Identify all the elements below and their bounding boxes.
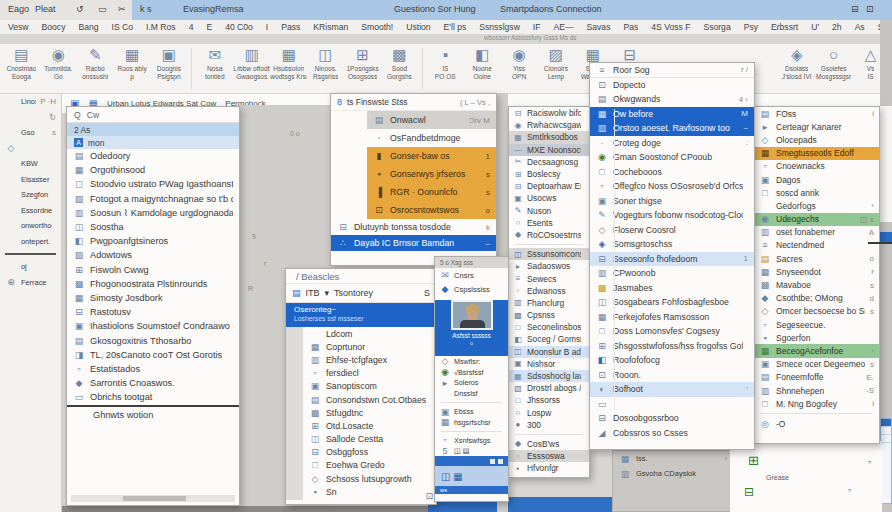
panel-f-item[interactable]: □ Eoehwa Gredo <box>303 459 436 472</box>
panel-f-item[interactable]: ◇ Schsoss lutsupgrowth <box>303 472 436 485</box>
ribbon-button[interactable]: ◧ Noone Ooine <box>465 46 500 81</box>
ribbon-tab[interactable]: Ssorga <box>703 22 730 32</box>
sidebar-item[interactable]: oj <box>0 259 61 275</box>
menu-item[interactable]: ◫ Sssunsomconsorge <box>509 248 589 260</box>
horizontal-scrollbar[interactable] <box>71 495 235 502</box>
ribbon-tab[interactable]: 40 C0o <box>225 22 253 32</box>
menu-item[interactable]: ▤ Sacres o <box>754 252 879 265</box>
folder-item[interactable]: ◨ TL, 20sCanoto cooT Ost Gorotis <box>67 348 239 362</box>
contact-card-row[interactable]: ◉ √Bsrsfssf <box>435 367 508 378</box>
panel-f-item[interactable]: ⊞ Otd.Losacte <box>303 419 436 432</box>
folder-item[interactable]: ◆ Sarrontis Cnoaswos. <box>67 376 239 390</box>
menu-item[interactable]: ▪ Sgoerfon <box>754 331 879 344</box>
menu-item[interactable]: ▸ Sadaoswos <box>509 260 589 272</box>
ribbon-button[interactable]: ▣ Doognis Psigspn <box>152 46 187 81</box>
menu-item[interactable]: ▫ Cnoewnacks <box>754 160 879 173</box>
spreadsheet-icon-2[interactable]: ⊟ <box>744 485 754 499</box>
folder-item[interactable]: ◻ Stoodvio ustrato PWag Igasthoanstota <box>67 177 239 191</box>
contact-card-row[interactable]: Dnsslsf <box>435 388 508 399</box>
menu-item[interactable]: ✎ Nuson <box>509 205 589 217</box>
contact-card-row[interactable]: ◇ Mswflsr: <box>435 356 508 367</box>
menu-item[interactable]: □ soscd anrik <box>754 186 879 199</box>
ribbon-button[interactable]: ⊞ 1Posngsks Osogsoss <box>345 46 380 81</box>
ribbon-tab[interactable]: I.M Ros <box>146 22 176 32</box>
ribbon-button[interactable]: ◉ Yiss OPN <box>502 46 537 81</box>
panel-f-item[interactable]: ◫ Sallode Cestta <box>303 433 436 446</box>
folder-item[interactable]: ▦ Simosty Josdbork <box>67 291 239 305</box>
menu-item[interactable]: □ Seconelinsbos <box>509 321 589 333</box>
menu-item[interactable]: ▪ Hfvonfgr <box>509 462 589 474</box>
ribbon-button[interactable]: ▪ IS PO OS <box>428 46 463 81</box>
folder-item[interactable]: ▩ Fhogonoostrata Plstinrounds <box>67 277 239 291</box>
menu-item[interactable]: ▥ oset fonabemer A <box>754 226 879 239</box>
ribbon-button[interactable]: ▦ Hsubsolon wodtsgs Krsogss <box>271 46 306 81</box>
menu-item[interactable]: ○ Esents <box>509 217 589 229</box>
menu-item[interactable]: ◉ Rwhacwcsgawon <box>509 119 589 131</box>
minimize-icon[interactable]: ⊟ <box>851 4 859 14</box>
ribbon-button[interactable]: ▤ Cnostmao Eooga <box>4 46 39 81</box>
ribbon-tab[interactable]: E <box>206 22 212 32</box>
panel-f-item[interactable]: ▦ Coprtunor <box>303 340 436 353</box>
ribbon-tab[interactable]: 2h <box>832 22 842 32</box>
sidebar-item[interactable]: Elsasser <box>0 172 61 188</box>
sidebar-item[interactable]: ⊕ Ferrace <box>0 275 61 291</box>
panel-f-item[interactable]: ▣ Sanoptiscom <box>303 380 436 393</box>
menu-item[interactable]: ▧ Drostrl abogs / Nazhib <box>509 382 589 394</box>
menu-item[interactable]: ◆ CosB'ws <box>509 438 589 450</box>
sidebar-item[interactable]: KBW <box>0 156 61 172</box>
spreadsheet-icon[interactable]: ⊞ <box>748 453 759 468</box>
menu-item[interactable]: ▤ FOss i <box>754 107 879 120</box>
convert-menu-item[interactable]: ◦ OsFandbetdmoge <box>367 129 496 147</box>
menu-item[interactable]: □ Jhssorss <box>509 394 589 406</box>
contact-card-light-band[interactable]: ◫ ▦ <box>435 466 508 486</box>
ribbon-tab[interactable]: Savas <box>587 22 611 32</box>
panel-f-item[interactable]: ▥ Ehfse-tcfgfagex <box>303 353 436 366</box>
menu-item[interactable]: — MXE Noonsoctfass <box>509 144 589 156</box>
sidebar-item[interactable]: ◇ <box>0 141 61 157</box>
ribbon-button[interactable]: ✉ Nosa tontied <box>197 46 232 81</box>
ribbon-button[interactable]: ▦ Roos ably p <box>115 46 150 81</box>
ribbon-button[interactable]: ▥ Lrbbw oftodbo Gwaogsos <box>234 46 269 81</box>
menu-item[interactable]: ▫ Esssoswa <box>509 450 589 462</box>
menu-item[interactable]: ✂ Decsaagnosg <box>509 156 589 168</box>
convert-menu-item[interactable]: ⊟ Dlutuynb tonssa tosdode k <box>331 219 496 235</box>
ribbon-tab[interactable]: U' <box>811 22 819 32</box>
menu-item[interactable]: ▣ Dagos <box>754 173 879 186</box>
contact-card-row[interactable]: ◆ Cspslssiss <box>435 282 508 296</box>
menu-item[interactable]: ◆ Csothtbe; OMong d <box>754 292 879 305</box>
menu-item[interactable]: ▩ Cpsnss <box>509 309 589 321</box>
panel-f-item[interactable]: ▩ Stfugdtnc <box>303 406 436 419</box>
menu-item[interactable]: ▣ Usocws <box>509 192 589 204</box>
menu-item[interactable]: ▦ BeceogAcefonfoe › <box>754 344 879 357</box>
chevron-down-icon[interactable]: ▾ <box>325 288 330 298</box>
status-row[interactable]: ▥ Gsvoha CDayslok <box>613 466 733 481</box>
menu-first[interactable]: Pleat <box>35 4 56 14</box>
menu-item[interactable]: ⊡ Dopecto <box>590 78 754 93</box>
contact-card-row[interactable]: ▸ Soleros <box>435 378 508 389</box>
menu-item[interactable]: ◆ RoCOsoestrnsa <box>509 229 589 241</box>
contact-card-row[interactable]: ✉ Cnsrs <box>435 268 508 282</box>
folder-item[interactable]: ▥ Soosun ⌇ Kamdolage urgdognaodaose ob <box>67 206 239 220</box>
ribbon-button[interactable]: ▨ Cionolrs Lemp <box>539 46 574 81</box>
contact-card-row[interactable]: ▦ hsgsrfschsr <box>435 417 508 428</box>
ribbon-tab[interactable]: Boocy <box>42 22 66 32</box>
sidebar-item[interactable]: Essordnen <box>0 203 61 219</box>
undo-icon[interactable]: ↺ <box>76 4 84 14</box>
panel-f-item[interactable]: Ldcom <box>303 327 436 340</box>
ribbon-button[interactable]: ▩ Sood Gorgshs <box>382 46 417 81</box>
ribbon-tab[interactable]: IF <box>533 22 541 32</box>
folder-item[interactable]: ◫ Soostha <box>67 220 239 234</box>
ribbon-tab[interactable]: Vesw <box>8 22 29 32</box>
resize-corner-icon[interactable]: ⊡ <box>425 491 433 501</box>
folder-item[interactable]: ⊞ Fiswoln Cwwg <box>67 263 239 277</box>
folder-item[interactable]: ▫ Estatistados <box>67 362 239 376</box>
folder-item[interactable]: ▧ Fotogot a maigyntchnagnae so t'b daing… <box>67 192 239 206</box>
panel-f-item[interactable]: ⊟ Osbggfoss <box>303 446 436 459</box>
menu-item[interactable]: ▣ Nishsor <box>509 358 589 370</box>
folder-item[interactable]: ▨ Adowtows <box>67 248 239 262</box>
convert-menu-item[interactable]: ⊡ Osrocsntowtswos o <box>367 201 496 219</box>
sidebar-item[interactable]: ontepert. Pfcuss. <box>0 234 61 250</box>
ribbon-tab[interactable]: 4S Voss F <box>651 22 690 32</box>
panel-f-selected-header[interactable]: Oseronteg~ Losherses ssf msseser <box>286 303 436 327</box>
ribbon-tab[interactable]: As <box>855 22 865 32</box>
